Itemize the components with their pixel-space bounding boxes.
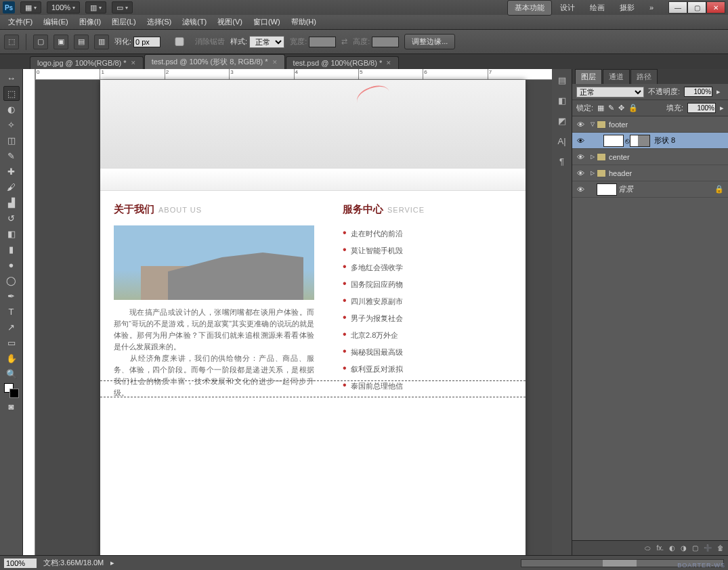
menu-edit[interactable]: 编辑(E) (39, 16, 72, 28)
doc-tab-2[interactable]: test.psd @ 100%(RGB/8) *✕ (286, 56, 400, 69)
selection-subtract-icon[interactable]: ▤ (74, 35, 89, 49)
move-tool[interactable]: ↔ (3, 70, 20, 85)
layer-row-center[interactable]: 👁▷center (572, 149, 728, 165)
trash-icon[interactable]: 🗑 (717, 544, 724, 552)
dodge-tool[interactable]: ◯ (3, 273, 20, 288)
workspace-photo[interactable]: 摄影 (613, 1, 641, 15)
menu-view[interactable]: 视图(V) (213, 16, 247, 28)
brush-tool[interactable]: 🖌 (3, 179, 20, 194)
workspace-more[interactable]: » (643, 1, 660, 14)
quickmask-tool[interactable]: ◙ (3, 399, 20, 414)
lock-trans-icon[interactable]: ▦ (597, 104, 604, 112)
menu-file[interactable]: 文件(F) (4, 16, 37, 28)
menu-select[interactable]: 选择(S) (143, 16, 176, 28)
layer-row-background[interactable]: 👁背景🔒 (572, 181, 728, 198)
status-zoom[interactable]: 100% (4, 558, 37, 568)
doc-tab-0[interactable]: logo.jpg @ 100%(RGB/8) *✕ (30, 56, 144, 69)
color-swatch[interactable] (3, 383, 20, 398)
folder-icon[interactable]: ▢ (692, 544, 698, 552)
hand-tool[interactable]: ✋ (3, 351, 20, 366)
layers-list[interactable]: 👁▽footer 👁⎋形状 8 👁▷center 👁▷header 👁背景🔒 (572, 116, 728, 540)
link-icon[interactable]: ⬭ (645, 544, 651, 552)
tab-channels[interactable]: 通道 (603, 69, 630, 84)
chevron-right-icon[interactable]: ▸ (110, 558, 114, 567)
menu-help[interactable]: 帮助(H) (287, 16, 320, 28)
close-icon[interactable]: ✕ (272, 59, 278, 66)
refine-edge-button[interactable]: 调整边缘... (404, 34, 455, 49)
chevron-right-icon[interactable]: ▷ (588, 170, 597, 176)
selection-add-icon[interactable]: ▣ (53, 35, 68, 49)
opacity-input[interactable] (684, 87, 712, 97)
lock-all-icon[interactable]: 🔒 (628, 104, 638, 112)
arrange-menu[interactable]: ▥ ▾ (85, 1, 106, 14)
visibility-icon[interactable]: 👁 (572, 185, 588, 194)
document-canvas[interactable]: 关于我们ABOUT US 现在搞产品或设计的人，张嘴闭嘴都在谈用户体验。而那句“… (100, 80, 526, 555)
styles-icon[interactable]: ◩ (555, 114, 569, 127)
wand-tool[interactable]: ✧ (3, 117, 20, 132)
char-icon[interactable]: A| (555, 134, 569, 148)
workspace-painting[interactable]: 绘画 (583, 1, 612, 15)
layer-row-shape8[interactable]: 👁⎋形状 8 (572, 133, 728, 149)
fill-input[interactable] (687, 103, 716, 113)
close-icon[interactable]: ✕ (386, 60, 391, 66)
menu-layer[interactable]: 图层(L) (108, 16, 140, 28)
shape-tool[interactable]: ▭ (3, 335, 20, 350)
style-select[interactable]: 正常 (249, 36, 284, 48)
close-icon[interactable]: ✕ (131, 60, 136, 66)
zoom-menu[interactable]: 100% ▾ (47, 1, 80, 14)
zoom-tool[interactable]: 🔍 (3, 366, 20, 381)
crop-tool[interactable]: ◫ (3, 133, 20, 148)
visibility-icon[interactable]: 👁 (572, 120, 588, 129)
minimize-button[interactable]: — (668, 1, 687, 14)
marquee-tool[interactable]: ⬚ (3, 86, 20, 101)
eyedropper-tool[interactable]: ✎ (3, 148, 20, 163)
pen-tool[interactable]: ✒ (3, 288, 20, 303)
chevron-down-icon[interactable]: ▽ (588, 121, 597, 127)
para-icon[interactable]: ¶ (555, 154, 569, 168)
workspace-essentials[interactable]: 基本功能 (507, 0, 552, 16)
tab-paths[interactable]: 路径 (630, 69, 658, 84)
tab-layers[interactable]: 图层 (575, 69, 602, 84)
eraser-tool[interactable]: ◧ (3, 226, 20, 241)
chevron-right-icon[interactable]: ▷ (588, 154, 597, 160)
maximize-button[interactable]: ▢ (687, 1, 706, 14)
marquee-preset-icon[interactable]: ⬚ (4, 35, 19, 49)
mask-icon[interactable]: ◐ (669, 544, 675, 552)
blend-mode-select[interactable]: 正常 (576, 87, 644, 97)
doc-tab-1[interactable]: test.psd @ 100% (形状 8, RGB/8) *✕ (144, 54, 285, 69)
selection-new-icon[interactable]: ▢ (33, 35, 48, 49)
lock-paint-icon[interactable]: ✎ (608, 104, 614, 112)
bridge-menu[interactable]: ▦ ▾ (20, 1, 41, 14)
canvas-area[interactable]: 01234567 关于我们ABOUT US 现在搞产品或设计的人，张嘴闭嘴都在谈… (35, 69, 552, 555)
lasso-tool[interactable]: ◐ (3, 102, 20, 116)
menu-image[interactable]: 图像(I) (75, 16, 105, 28)
gradient-tool[interactable]: ▮ (3, 242, 20, 257)
chevron-right-icon[interactable]: ▸ (716, 87, 721, 96)
menu-filter[interactable]: 滤镜(T) (178, 16, 211, 28)
workspace-design[interactable]: 设计 (553, 1, 582, 15)
layer-row-footer[interactable]: 👁▽footer (572, 116, 728, 133)
new-layer-icon[interactable]: ➕ (704, 544, 712, 552)
selection-intersect-icon[interactable]: ▥ (94, 35, 109, 49)
close-button[interactable]: ✕ (706, 1, 725, 14)
swatches-icon[interactable]: ◧ (555, 93, 569, 107)
visibility-icon[interactable]: 👁 (572, 137, 588, 145)
antialias-check[interactable]: 消除锯齿 (166, 37, 225, 47)
history-brush-tool[interactable]: ↺ (3, 211, 20, 225)
path-tool[interactable]: ↗ (3, 320, 20, 334)
visibility-icon[interactable]: 👁 (572, 169, 588, 177)
type-tool[interactable]: T (3, 304, 20, 319)
visibility-icon[interactable]: 👁 (572, 153, 588, 161)
lock-move-icon[interactable]: ✥ (618, 104, 624, 112)
chevron-right-icon[interactable]: ▸ (720, 104, 724, 112)
layer-row-header[interactable]: 👁▷header (572, 165, 728, 181)
adjust-icon[interactable]: ◑ (681, 544, 687, 552)
screen-mode[interactable]: ▭ ▾ (112, 1, 133, 14)
fx-icon[interactable]: fx. (656, 544, 664, 552)
menu-window[interactable]: 窗口(W) (249, 16, 284, 28)
feather-input[interactable] (133, 37, 160, 47)
stamp-tool[interactable]: ▟ (3, 195, 20, 210)
heal-tool[interactable]: ✚ (3, 164, 20, 179)
history-icon[interactable]: ▤ (555, 73, 569, 87)
blur-tool[interactable]: ● (3, 257, 20, 272)
